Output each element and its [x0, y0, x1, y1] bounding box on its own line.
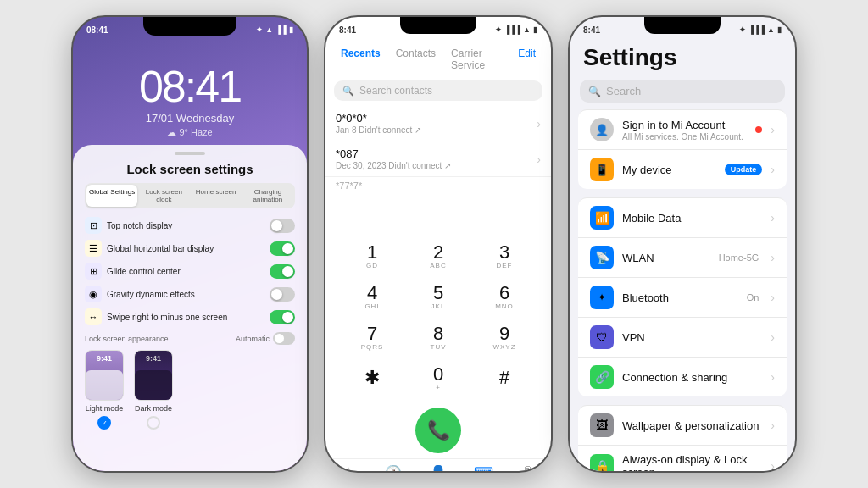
wallpaper-arrow: ›	[771, 419, 775, 432]
bluetooth-icon: ✦	[256, 25, 263, 34]
toggle-gravity-label: Gravity dynamic effects	[107, 290, 264, 299]
bluetooth-value: On	[747, 292, 760, 302]
key-4[interactable]: 4GHI	[347, 279, 398, 314]
light-mode-check: ✓	[97, 416, 111, 430]
tab-contacts[interactable]: Contacts	[389, 44, 442, 75]
nav-voicemail[interactable]: 🎙 Voicemail	[506, 464, 551, 473]
glide-icon: ⊞	[85, 263, 102, 280]
settings-sign-in[interactable]: 👤 Sign in to Mi Account All Mi services.…	[578, 109, 787, 150]
settings-screen: Settings 🔍 Search 👤 Sign in to Mi Accoun…	[570, 39, 795, 473]
key-0[interactable]: 0+	[413, 360, 464, 396]
vpn-icon: 🛡	[590, 325, 614, 349]
toggle-gravity-switch[interactable]	[270, 287, 295, 302]
connection-arrow: ›	[771, 370, 775, 384]
key-9[interactable]: 9WXYZ	[479, 319, 530, 355]
nav-recents[interactable]: 🕐 Recents	[370, 464, 415, 473]
appearance-options: 9:41 Light mode ✓ 9:41 Dark mode	[85, 350, 295, 430]
left-phone: 08:41 ✦ ▲ ▐▐ ▮ 08:41 17/01 Wednesday ☁ 9…	[71, 15, 309, 473]
key-3[interactable]: 3DEF	[479, 238, 530, 274]
signal-icon-mid: ▐▐▐	[504, 25, 520, 34]
settings-always-on[interactable]: 🔒 Always-on display & Lock screen ›	[578, 446, 787, 473]
bluetooth-title: Bluetooth	[622, 291, 738, 304]
gravity-icon: ◉	[85, 286, 102, 302]
connection-icon: 🔗	[590, 365, 614, 389]
appearance-toggle[interactable]	[273, 332, 295, 345]
search-contacts-bar[interactable]: 🔍 Search contacts	[334, 80, 542, 101]
call-list: 0*0*0* Jan 8 Didn't connect ↗ › *087 Dec…	[326, 106, 551, 235]
dark-mode-option[interactable]: 9:41 Dark mode	[134, 350, 173, 430]
settings-network-group: 📶 Mobile Data › 📡 WLAN Home-5G › ✦ Bluet…	[578, 197, 787, 396]
settings-wallpaper[interactable]: 🖼 Wallpaper & personalization ›	[578, 405, 787, 446]
account-subtitle: All Mi services. One Mi Account.	[622, 132, 747, 141]
toggle-horiz-bar-switch[interactable]	[270, 241, 295, 256]
sheet-title: Lock screen settings	[85, 162, 295, 176]
tab-carrier-service[interactable]: Carrier Service	[444, 44, 509, 75]
call-button[interactable]: 📞	[415, 408, 461, 453]
key-1[interactable]: 1GD	[347, 238, 398, 274]
device-arrow: ›	[771, 163, 775, 176]
settings-bluetooth[interactable]: ✦ Bluetooth On ›	[578, 278, 787, 318]
tab-recents[interactable]: Recents	[334, 44, 387, 75]
signal-icon-right: ▐▐▐	[748, 25, 765, 34]
key-8[interactable]: 8TUV	[413, 319, 464, 355]
settings-my-device[interactable]: 📱 My device Update ›	[578, 150, 787, 189]
light-mode-option[interactable]: 9:41 Light mode ✓	[85, 350, 124, 430]
key-6[interactable]: 6MNO	[479, 279, 530, 314]
keypad-row-1: 1GD 2ABC 3DEF	[339, 238, 537, 274]
toggle-swipe-switch[interactable]	[270, 310, 295, 324]
call-item-2[interactable]: *087 Dec 30, 2023 Didn't connect ↗ ›	[326, 141, 551, 177]
light-mode-thumb: 9:41	[85, 350, 124, 401]
signal-icon: ▐▐	[275, 25, 287, 34]
toggle-swipe-label: Swipe right to minus one screen	[107, 313, 264, 322]
call-item-1[interactable]: 0*0*0* Jan 8 Didn't connect ↗ ›	[326, 106, 551, 141]
nav-favourites[interactable]: ★ Favourites	[326, 464, 370, 473]
mobile-data-icon: 📶	[590, 206, 614, 230]
settings-account-group: 👤 Sign in to Mi Account All Mi services.…	[578, 109, 787, 189]
account-arrow: ›	[771, 123, 775, 136]
status-time-mid: 8:41	[339, 25, 356, 35]
call-number-2: *087	[336, 147, 537, 160]
settings-scroll: 👤 Sign in to Mi Account All Mi services.…	[570, 109, 795, 473]
always-on-icon: 🔒	[590, 454, 614, 473]
wallpaper-icon: 🖼	[590, 413, 614, 437]
wallpaper-title: Wallpaper & personalization	[622, 419, 762, 432]
call-arrow-2: ›	[537, 152, 541, 166]
bluetooth-icon-right: ✦	[739, 25, 746, 34]
toggle-top-notch-switch[interactable]	[270, 219, 295, 233]
search-icon-mid: 🔍	[342, 86, 354, 97]
wlan-title: WLAN	[622, 252, 710, 264]
settings-mobile-data[interactable]: 📶 Mobile Data ›	[578, 197, 787, 238]
battery-icon: ▮	[289, 25, 293, 34]
key-hash[interactable]: #	[479, 360, 530, 396]
key-2[interactable]: 2ABC	[413, 238, 464, 274]
nav-keypad[interactable]: ⌨ Keypad	[461, 464, 506, 473]
edit-button[interactable]: Edit	[511, 44, 542, 75]
appearance-auto: Automatic	[236, 332, 295, 345]
status-icons-right: ✦ ▐▐▐ ▲ ▮	[739, 25, 782, 34]
nav-contacts[interactable]: 👤 Contacts	[415, 464, 460, 473]
toggle-glide-switch[interactable]	[270, 264, 295, 279]
key-star[interactable]: ✱	[347, 360, 398, 396]
keypad-icon: ⌨	[474, 464, 493, 473]
key-7[interactable]: 7PQRS	[347, 319, 398, 355]
settings-vpn[interactable]: 🛡 VPN ›	[578, 318, 787, 358]
lock-screen: 08:41 17/01 Wednesday ☁ 9° Haze Lock scr…	[73, 39, 307, 473]
tab-home-screen[interactable]: Home screen	[191, 185, 242, 207]
dark-mode-check	[147, 416, 160, 430]
device-update-badge: Update	[725, 164, 763, 175]
notch	[143, 17, 236, 36]
battery-icon-mid: ▮	[533, 25, 537, 34]
settings-connection-sharing[interactable]: 🔗 Connection & sharing ›	[578, 358, 787, 396]
appearance-label: Lock screen appearance Automatic	[85, 332, 295, 345]
settings-search-bar[interactable]: 🔍 Search	[580, 80, 785, 103]
lock-weather: ☁ 9° Haze	[73, 127, 307, 138]
status-icons-mid: ✦ ▐▐▐ ▲ ▮	[495, 25, 537, 34]
tab-charging[interactable]: Charging animation	[242, 185, 293, 207]
settings-wlan[interactable]: 📡 WLAN Home-5G ›	[578, 238, 787, 278]
swipe-icon: ↔	[85, 308, 102, 325]
tab-lock-clock[interactable]: Lock screen clock	[138, 185, 189, 207]
notch-mid	[400, 17, 476, 34]
key-5[interactable]: 5JKL	[413, 279, 464, 314]
top-notch-icon: ⊡	[85, 217, 102, 234]
tab-global-settings[interactable]: Global Settings	[86, 185, 137, 207]
